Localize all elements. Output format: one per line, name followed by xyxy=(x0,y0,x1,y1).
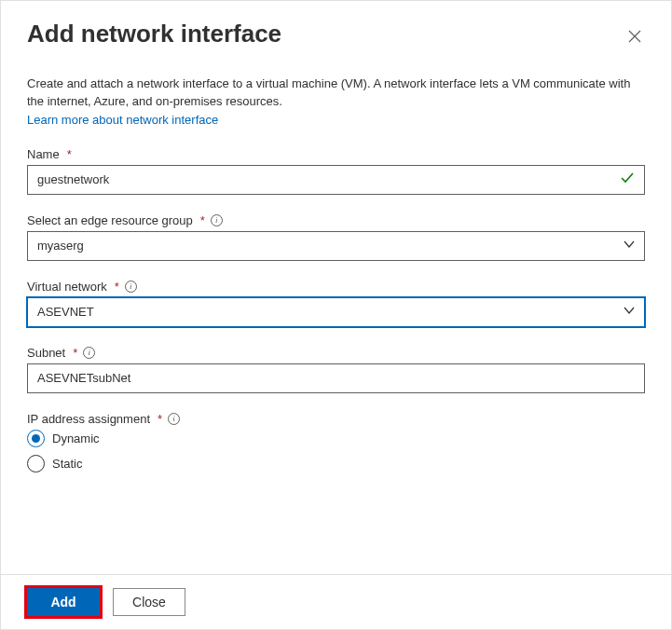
info-icon[interactable]: i xyxy=(168,413,180,425)
field-virtual-network: Virtual network * i ASEVNET xyxy=(27,280,645,327)
add-button[interactable]: Add xyxy=(27,588,100,616)
check-icon xyxy=(620,171,635,189)
chevron-down-icon xyxy=(624,239,635,253)
dialog-footer: Add Close xyxy=(1,574,671,629)
required-asterisk: * xyxy=(115,280,119,294)
chevron-down-icon xyxy=(624,305,635,319)
field-ip-assignment: IP address assignment * i Dynamic Static xyxy=(27,412,645,472)
name-label: Name xyxy=(27,147,60,161)
rg-select[interactable]: myaserg xyxy=(27,231,645,261)
subnet-value: ASEVNETsubNet xyxy=(37,371,635,385)
field-resource-group: Select an edge resource group * i myaser… xyxy=(27,213,645,261)
info-icon[interactable]: i xyxy=(211,214,223,226)
radio-icon xyxy=(27,430,45,447)
required-asterisk: * xyxy=(73,346,77,360)
subnet-label: Subnet xyxy=(27,346,65,360)
learn-more-link[interactable]: Learn more about network interface xyxy=(27,113,218,127)
radio-static-label: Static xyxy=(52,457,83,471)
vnet-value: ASEVNET xyxy=(37,305,624,319)
required-asterisk: * xyxy=(158,412,162,426)
required-asterisk: * xyxy=(67,147,72,161)
field-name: Name * guestnetwork xyxy=(27,147,645,195)
vnet-select[interactable]: ASEVNET xyxy=(27,297,645,327)
radio-icon xyxy=(27,455,45,472)
field-subnet: Subnet * i ASEVNETsubNet xyxy=(27,346,645,393)
required-asterisk: * xyxy=(200,213,205,227)
name-input[interactable]: guestnetwork xyxy=(27,165,645,195)
dialog-title: Add network interface xyxy=(27,20,281,48)
dialog-body: Create and attach a network interface to… xyxy=(1,57,671,472)
radio-dynamic[interactable]: Dynamic xyxy=(27,430,645,447)
subnet-input[interactable]: ASEVNETsubNet xyxy=(27,363,645,393)
dialog-description: Create and attach a network interface to… xyxy=(27,75,645,111)
radio-dynamic-label: Dynamic xyxy=(52,431,100,445)
radio-static[interactable]: Static xyxy=(27,455,645,472)
close-icon[interactable] xyxy=(624,25,645,49)
info-icon[interactable]: i xyxy=(125,281,137,293)
rg-label: Select an edge resource group xyxy=(27,213,193,227)
ip-label: IP address assignment xyxy=(27,412,150,426)
close-button[interactable]: Close xyxy=(113,588,185,616)
name-value: guestnetwork xyxy=(37,172,620,186)
vnet-label: Virtual network xyxy=(27,280,107,294)
info-icon[interactable]: i xyxy=(83,347,95,359)
rg-value: myaserg xyxy=(37,239,624,253)
